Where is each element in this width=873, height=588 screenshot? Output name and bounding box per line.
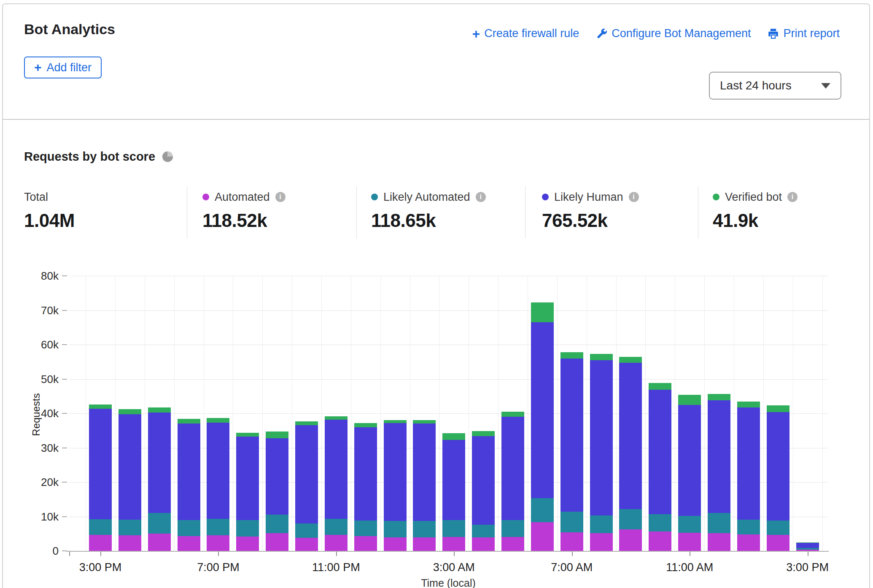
bar-6-00-pm[interactable]: [178, 419, 200, 551]
y-axis-label: 80k: [3, 270, 59, 283]
bar-segment-automated: [442, 537, 465, 551]
bar-segment-verified-bot: [737, 402, 760, 407]
bar-segment-likely-human: [119, 414, 141, 520]
y-axis-tick: [62, 482, 67, 483]
bar-segment-likely-human: [236, 437, 259, 520]
bar-10-00-pm[interactable]: [295, 421, 318, 551]
bar-segment-verified-bot: [678, 395, 701, 405]
y-axis-label: 0: [3, 545, 59, 558]
bar-3-00-pm[interactable]: [89, 405, 112, 551]
bar-8-00-pm[interactable]: [236, 433, 259, 551]
x-axis-label: 3:00 AM: [416, 561, 492, 574]
bar-segment-likely-human: [531, 322, 554, 498]
x-axis-label: 7:00 AM: [534, 561, 610, 574]
gridline-horizontal: [69, 345, 827, 345]
bar-1-00-am[interactable]: [384, 420, 407, 551]
gridline-vertical: [528, 276, 528, 551]
bot-analytics-card: Bot Analytics + Create firewall rule Con…: [2, 3, 870, 588]
bar-4-00-am[interactable]: [472, 431, 495, 551]
bar-12-00-am[interactable]: [354, 423, 377, 551]
x-axis-tick: [218, 552, 219, 556]
bar-segment-likely-human: [354, 427, 377, 521]
bar-segment-likely-automated: [767, 521, 789, 534]
bar-segment-automated: [501, 537, 524, 551]
bar-segment-verified-bot: [207, 418, 229, 423]
bar-6-00-am[interactable]: [531, 302, 554, 551]
requests-chart: 010k20k30k40k50k60k70k80k3:00 PM7:00 PM1…: [3, 4, 869, 588]
bar-2-00-pm[interactable]: [767, 405, 789, 551]
x-axis-tick: [454, 552, 455, 556]
bar-9-00-am[interactable]: [619, 357, 642, 551]
bar-segment-automated: [619, 529, 642, 551]
x-axis-tick: [69, 552, 70, 556]
bar-segment-likely-automated: [501, 520, 524, 537]
bar-2-00-am[interactable]: [413, 420, 436, 551]
bar-5-00-pm[interactable]: [148, 407, 171, 551]
bar-segment-likely-automated: [796, 548, 819, 550]
gridline-vertical: [439, 276, 439, 551]
bar-segment-likely-automated: [207, 519, 229, 535]
gridline-vertical: [793, 276, 793, 551]
bar-segment-likely-human: [678, 405, 701, 515]
gridline-vertical: [115, 276, 116, 551]
bar-9-00-pm[interactable]: [266, 432, 288, 551]
bar-7-00-pm[interactable]: [207, 418, 229, 551]
bar-segment-likely-automated: [737, 520, 760, 534]
bar-segment-verified-bot: [413, 420, 436, 423]
x-axis-tick: [690, 552, 690, 556]
gridline-vertical: [645, 276, 646, 551]
bar-segment-likely-human: [501, 417, 524, 520]
x-axis-label: 11:00 AM: [652, 561, 728, 574]
bar-5-00-am[interactable]: [501, 412, 524, 551]
bar-segment-verified-bot: [354, 423, 377, 427]
gridline-vertical: [86, 276, 86, 551]
bar-segment-verified-bot: [472, 431, 495, 436]
bar-11-00-pm[interactable]: [325, 416, 348, 551]
gridline-vertical: [675, 276, 675, 551]
bar-segment-verified-bot: [796, 542, 819, 543]
bar-8-00-am[interactable]: [590, 354, 613, 551]
bar-3-00-am[interactable]: [442, 433, 465, 551]
bar-1-00-pm[interactable]: [737, 402, 760, 551]
gridline-vertical: [380, 276, 381, 551]
y-axis-tick: [62, 379, 67, 380]
bar-segment-likely-automated: [590, 515, 613, 533]
bar-segment-likely-automated: [472, 525, 495, 537]
gridline-vertical: [410, 276, 410, 551]
bar-segment-likely-automated: [266, 515, 288, 533]
bar-segment-likely-human: [767, 412, 789, 521]
gridline-vertical: [233, 276, 233, 551]
bar-segment-likely-human: [737, 407, 760, 520]
bar-segment-likely-automated: [178, 520, 200, 536]
y-axis-label: 20k: [3, 476, 59, 489]
bar-4-00-pm[interactable]: [119, 409, 141, 551]
y-axis-tick: [62, 413, 67, 414]
bar-segment-verified-bot: [442, 433, 465, 440]
bar-segment-likely-human: [325, 420, 348, 519]
bar-segment-likely-human: [295, 425, 318, 523]
bar-3-00-pm[interactable]: [796, 542, 819, 551]
bar-segment-likely-human: [649, 390, 671, 514]
x-axis-line: [66, 551, 829, 552]
y-axis-tick: [62, 516, 67, 517]
bar-segment-verified-bot: [619, 357, 642, 363]
gridline-vertical: [145, 276, 145, 551]
y-axis-tick: [62, 310, 67, 311]
bar-segment-likely-automated: [236, 520, 259, 537]
bar-12-00-pm[interactable]: [708, 394, 730, 551]
bar-segment-automated: [590, 533, 613, 551]
bar-10-00-am[interactable]: [649, 383, 671, 551]
bar-segment-automated: [708, 533, 730, 551]
gridline-vertical: [292, 276, 292, 551]
y-axis-caption: Requests: [30, 388, 43, 441]
bar-segment-automated: [354, 536, 377, 551]
bar-segment-verified-bot: [295, 421, 318, 425]
bar-7-00-am[interactable]: [560, 352, 583, 551]
bar-11-00-am[interactable]: [678, 395, 701, 551]
bar-segment-automated: [560, 532, 583, 551]
y-axis-label: 70k: [3, 304, 59, 317]
gridline-vertical: [616, 276, 617, 551]
bar-segment-automated: [89, 535, 112, 550]
bar-segment-likely-automated: [560, 512, 583, 532]
y-axis-label: 30k: [3, 442, 59, 455]
